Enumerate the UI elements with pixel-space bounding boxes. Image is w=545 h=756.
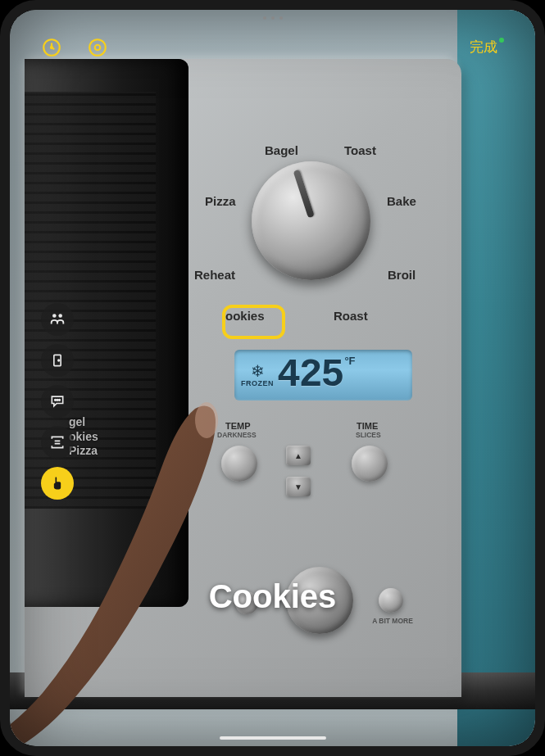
snowflake-icon: ❄: [251, 363, 265, 379]
svg-point-5: [52, 314, 57, 318]
detection-modes: [41, 303, 74, 500]
svg-point-9: [55, 400, 57, 401]
done-button[interactable]: 完成: [470, 38, 504, 57]
text-detection-button[interactable]: [41, 426, 74, 459]
darkness-label: DARKNESS: [217, 432, 257, 439]
dial-label-bagel: Bagel: [265, 143, 298, 157]
multitasking-dots[interactable]: [263, 16, 283, 20]
slices-label: SLICES: [356, 432, 381, 439]
home-indicator[interactable]: [220, 736, 326, 740]
time-label: TIME: [357, 421, 378, 431]
screen: Bagel Toast Pizza Bake Reheat Broil ooki…: [10, 10, 535, 746]
svg-point-4: [95, 45, 101, 51]
settings-button[interactable]: [39, 34, 65, 61]
svg-point-3: [89, 39, 106, 56]
time-knob: [352, 446, 388, 482]
dial-label-pizza: Pizza: [205, 194, 236, 208]
lcd-temperature: 425: [277, 355, 343, 395]
svg-point-10: [57, 400, 58, 401]
lcd-frozen-indicator: ❄ FROZEN: [241, 363, 274, 387]
lcd-unit: °F: [344, 355, 355, 367]
svg-point-11: [59, 400, 61, 401]
camera-viewfinder: Bagel Toast Pizza Bake Reheat Broil ooki…: [10, 10, 535, 746]
svg-point-6: [58, 314, 62, 318]
dial-label-broil: Broil: [388, 268, 416, 282]
flashlight-button[interactable]: [84, 34, 111, 61]
a-bit-more-button: [379, 588, 403, 613]
people-detection-button[interactable]: [41, 303, 74, 336]
oven-controls: TEMP DARKNESS ▲ ▼ TIME SLICES: [219, 421, 424, 519]
ipad-frame: Bagel Toast Pizza Bake Reheat Broil ooki…: [0, 0, 545, 756]
temp-knob: [221, 446, 257, 482]
lcd-display: ❄ FROZEN 425 °F: [234, 350, 412, 401]
detection-highlight-box: [222, 305, 285, 339]
background-wall: [457, 10, 535, 746]
frozen-label: FROZEN: [241, 379, 274, 387]
up-arrow-button: ▲: [286, 446, 311, 465]
dial-label-reheat: Reheat: [194, 268, 235, 282]
dial-label-toast: Toast: [344, 143, 376, 157]
svg-point-2: [51, 47, 52, 48]
image-descriptions-button[interactable]: [41, 385, 74, 418]
temp-label: TEMP: [225, 421, 251, 431]
dial-label-roast: Roast: [334, 309, 368, 323]
point-and-speak-button[interactable]: [41, 467, 74, 500]
mode-dial-zone: Bagel Toast Pizza Bake Reheat Broil ooki…: [209, 137, 438, 325]
detected-text-caption: Cookies: [209, 578, 337, 615]
a-bit-more-label: A BIT MORE: [368, 618, 417, 625]
door-detection-button[interactable]: [41, 344, 74, 377]
dial-label-bake: Bake: [387, 194, 416, 208]
svg-point-8: [58, 360, 60, 361]
mode-dial: [252, 161, 370, 280]
top-toolbar: [39, 34, 111, 61]
down-arrow-button: ▼: [286, 477, 311, 496]
